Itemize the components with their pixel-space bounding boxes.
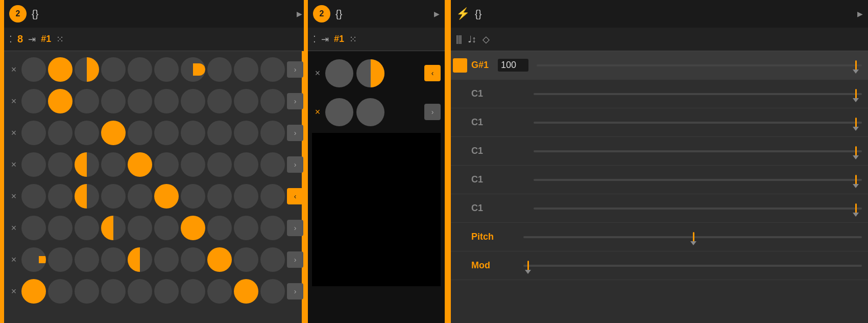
dot[interactable] bbox=[234, 152, 258, 177]
note-slider-pitch[interactable] bbox=[523, 236, 862, 238]
row-arrow-7[interactable]: › bbox=[287, 251, 303, 268]
left-count[interactable]: 8 bbox=[17, 33, 23, 45]
dot[interactable] bbox=[181, 57, 205, 82]
row-x-8[interactable]: × bbox=[8, 286, 19, 297]
right-play-button[interactable]: ▶ bbox=[857, 10, 863, 18]
row-x-3[interactable]: × bbox=[8, 128, 19, 139]
note-value-gs1[interactable]: 100 bbox=[498, 59, 528, 72]
dot[interactable] bbox=[234, 89, 258, 113]
dot[interactable] bbox=[48, 184, 73, 209]
dot[interactable] bbox=[234, 279, 258, 304]
dot[interactable] bbox=[181, 184, 205, 209]
dot[interactable] bbox=[75, 121, 99, 145]
dot[interactable] bbox=[101, 57, 126, 82]
note-slider-c1-4[interactable] bbox=[534, 179, 862, 181]
dot[interactable] bbox=[21, 121, 46, 145]
mid-row-x-2[interactable]: × bbox=[312, 107, 323, 118]
dot[interactable] bbox=[128, 184, 152, 209]
dot[interactable] bbox=[260, 247, 285, 272]
dot[interactable] bbox=[181, 121, 205, 145]
left-dots-icon[interactable]: ⁚ bbox=[9, 34, 12, 45]
dot[interactable] bbox=[207, 89, 232, 113]
dot[interactable] bbox=[21, 57, 46, 82]
dot[interactable] bbox=[128, 89, 152, 113]
row-x-7[interactable]: × bbox=[8, 255, 19, 265]
left-plugin-icon[interactable]: 2 bbox=[9, 5, 27, 22]
dot[interactable] bbox=[48, 57, 73, 82]
dot[interactable] bbox=[154, 184, 179, 209]
dot[interactable] bbox=[154, 121, 179, 145]
dot[interactable] bbox=[260, 279, 285, 304]
dot[interactable] bbox=[48, 152, 73, 177]
dot[interactable] bbox=[101, 121, 126, 145]
dot[interactable] bbox=[260, 57, 285, 82]
right-lightning-icon[interactable]: ⚡ bbox=[456, 7, 470, 20]
row-x-1[interactable]: × bbox=[8, 64, 19, 75]
dot[interactable] bbox=[154, 57, 179, 82]
mid-grid-icon[interactable]: ⁙ bbox=[349, 34, 357, 45]
dot[interactable] bbox=[154, 216, 179, 240]
mid-dot[interactable] bbox=[325, 98, 353, 126]
dot[interactable] bbox=[234, 247, 258, 272]
dot[interactable] bbox=[128, 216, 152, 240]
mid-plugin-icon[interactable]: 2 bbox=[313, 5, 330, 22]
mid-row-arrow-2[interactable]: › bbox=[424, 104, 441, 120]
row-x-4[interactable]: × bbox=[8, 159, 19, 170]
dot[interactable] bbox=[207, 216, 232, 240]
dot[interactable] bbox=[128, 152, 152, 177]
row-arrow-4[interactable]: › bbox=[287, 156, 303, 173]
dot[interactable] bbox=[207, 279, 232, 304]
mid-braces-button[interactable]: {} bbox=[335, 8, 342, 20]
dot[interactable] bbox=[21, 184, 46, 209]
dot[interactable] bbox=[21, 152, 46, 177]
left-grid-icon[interactable]: ⁙ bbox=[56, 34, 64, 45]
dot[interactable] bbox=[21, 89, 46, 113]
dot[interactable] bbox=[207, 57, 232, 82]
dot[interactable] bbox=[75, 89, 99, 113]
note-slider-gs1[interactable] bbox=[537, 64, 862, 66]
dot[interactable] bbox=[75, 152, 99, 177]
dot[interactable] bbox=[207, 152, 232, 177]
row-arrow-2[interactable]: › bbox=[287, 93, 303, 109]
note-slider-c1-2[interactable] bbox=[534, 122, 862, 124]
note-slider-c1-3[interactable] bbox=[534, 150, 862, 152]
dot[interactable] bbox=[128, 121, 152, 145]
note-slider-c1-1[interactable] bbox=[534, 93, 862, 95]
dot[interactable] bbox=[234, 216, 258, 240]
mid-dots-icon[interactable]: ⁚ bbox=[313, 34, 316, 45]
dot[interactable] bbox=[101, 184, 126, 209]
right-diamond-icon[interactable]: ◇ bbox=[483, 34, 490, 45]
dot[interactable] bbox=[181, 247, 205, 272]
note-slider-c1-5[interactable] bbox=[534, 207, 862, 210]
dot[interactable] bbox=[207, 184, 232, 209]
mid-dot[interactable] bbox=[356, 59, 384, 87]
mid-dot[interactable] bbox=[325, 59, 353, 87]
note-slider-mod[interactable] bbox=[523, 265, 862, 267]
dot[interactable] bbox=[181, 89, 205, 113]
dot[interactable] bbox=[48, 121, 73, 145]
dot[interactable] bbox=[154, 152, 179, 177]
dot[interactable] bbox=[75, 57, 99, 82]
dot[interactable] bbox=[48, 279, 73, 304]
dot[interactable] bbox=[154, 89, 179, 113]
dot[interactable] bbox=[101, 279, 126, 304]
row-x-2[interactable]: × bbox=[8, 96, 19, 107]
left-hash-label[interactable]: #1 bbox=[41, 34, 51, 44]
mid-dot[interactable] bbox=[356, 98, 384, 126]
dot[interactable] bbox=[234, 121, 258, 145]
dot[interactable] bbox=[260, 184, 285, 209]
mid-hash-label[interactable]: #1 bbox=[334, 34, 344, 44]
mid-arrow-icon[interactable]: ⇥ bbox=[321, 34, 329, 45]
right-bars-icon[interactable]: ||| bbox=[456, 34, 462, 44]
dot[interactable] bbox=[260, 216, 285, 240]
dot[interactable] bbox=[21, 216, 46, 240]
dot[interactable] bbox=[181, 152, 205, 177]
left-play-button[interactable]: ▶ bbox=[297, 10, 302, 18]
dot[interactable] bbox=[260, 152, 285, 177]
dot[interactable] bbox=[260, 121, 285, 145]
dot[interactable] bbox=[128, 279, 152, 304]
row-x-6[interactable]: × bbox=[8, 223, 19, 234]
dot[interactable] bbox=[21, 279, 46, 304]
row-arrow-5[interactable]: ‹ bbox=[287, 188, 303, 204]
dot[interactable] bbox=[234, 57, 258, 82]
